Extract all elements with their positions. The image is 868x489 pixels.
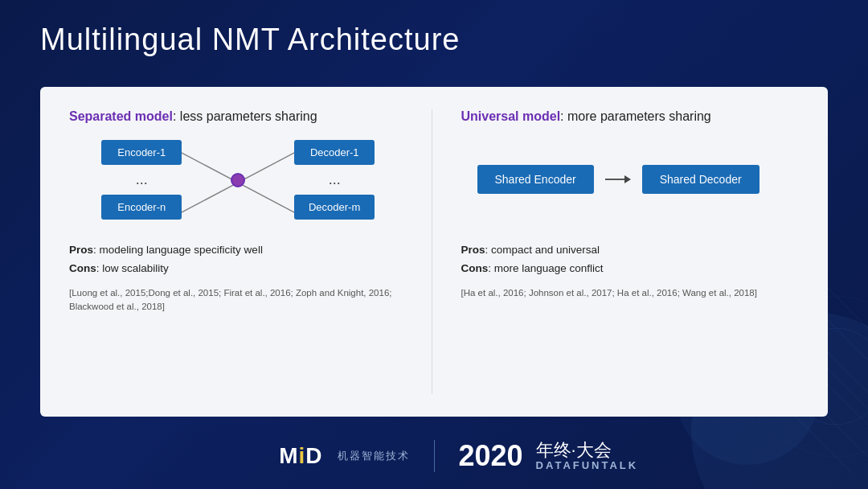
diagram-row-3: Encoder-n Decoder-m: [101, 195, 375, 220]
left-section-title: Separated model: less parameters sharing: [69, 109, 407, 124]
left-diagram-area: Encoder-1 Decoder-1 ... ... Encoder-n De…: [69, 138, 407, 227]
left-cons-label: Cons: [69, 262, 96, 274]
left-diagram-wrapper: Encoder-1 Decoder-1 ... ... Encoder-n De…: [101, 140, 375, 225]
left-column: Separated model: less parameters sharing: [69, 109, 432, 394]
dots-right: ...: [294, 171, 375, 188]
logo-subtitle: 机器智能技术: [338, 449, 410, 463]
right-pros-label: Pros: [461, 244, 485, 256]
right-title-bold: Universal model: [461, 109, 561, 123]
shared-decoder-box: Shared Decoder: [642, 165, 760, 194]
logo-i: i: [298, 443, 305, 468]
right-cons-text: : more language conflict: [488, 262, 603, 274]
page-title: Multilingual NMT Architecture: [40, 23, 460, 57]
diagram-row-dots: ... ...: [101, 171, 375, 188]
right-pros-text: : compact and universal: [485, 244, 600, 256]
left-references: [Luong et al., 2015;Dong et al., 2015; F…: [69, 286, 407, 314]
content-card: Separated model: less parameters sharing: [40, 87, 828, 417]
year-text: 2020: [459, 439, 523, 473]
diagram-row-1: Encoder-1 Decoder-1: [101, 140, 375, 165]
event-text: 年终·大会 DATAFUNTALK: [536, 442, 639, 471]
right-pros-cons: Pros: compact and universal Cons: more l…: [461, 241, 800, 278]
event-line2: DATAFUNTALK: [536, 459, 639, 471]
left-cons-text: : low scalability: [96, 262, 169, 274]
event-area: 2020 年终·大会 DATAFUNTALK: [459, 439, 639, 473]
left-pros-cons: Pros: modeling language specificity well…: [69, 241, 407, 278]
left-diagram-grid: Encoder-1 Decoder-1 ... ... Encoder-n De…: [101, 140, 375, 223]
svg-marker-16: [624, 175, 631, 183]
footer-right: 2020 年终·大会 DATAFUNTALK: [435, 439, 869, 473]
left-title-rest: : less parameters sharing: [173, 109, 317, 123]
right-column: Universal model: more parameters sharing…: [432, 109, 800, 394]
decoder-1-box: Decoder-1: [294, 140, 375, 165]
left-title-bold: Separated model: [69, 109, 173, 123]
decoder-m-box: Decoder-m: [294, 195, 375, 220]
right-section-title: Universal model: more parameters sharing: [461, 109, 800, 124]
logo-text: MiD: [279, 443, 322, 469]
encoder-n-box: Encoder-n: [101, 195, 182, 220]
footer-left: MiD 机器智能技术: [0, 443, 434, 469]
right-cons-label: Cons: [461, 262, 489, 274]
dots-left: ...: [101, 171, 182, 188]
left-pros-text: : modeling language specificity well: [93, 244, 263, 256]
right-references: [Ha et al., 2016; Johnson et al., 2017; …: [461, 286, 800, 300]
right-diagram: Shared Encoder Shared Decoder: [477, 165, 760, 194]
logo-area: MiD 机器智能技术: [279, 443, 409, 469]
arrow-icon: [604, 172, 633, 187]
right-title-rest: : more parameters sharing: [560, 109, 711, 123]
center-node: [231, 173, 245, 187]
footer: MiD 机器智能技术 2020 年终·大会 DATAFUNTALK: [0, 423, 868, 489]
left-pros-label: Pros: [69, 244, 93, 256]
shared-encoder-box: Shared Encoder: [477, 165, 594, 194]
event-line1: 年终·大会: [536, 442, 639, 459]
right-diagram-area: Shared Encoder Shared Decoder: [461, 138, 800, 227]
encoder-1-box: Encoder-1: [101, 140, 182, 165]
